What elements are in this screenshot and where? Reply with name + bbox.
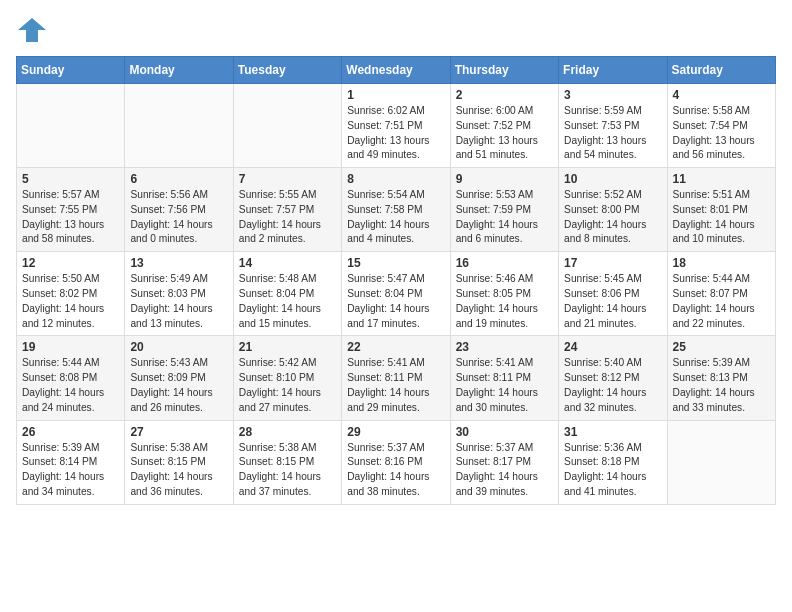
- weekday-header: Friday: [559, 57, 667, 84]
- day-info: Sunrise: 5:39 AMSunset: 8:13 PMDaylight:…: [673, 357, 755, 412]
- day-number: 3: [564, 88, 661, 102]
- calendar-cell: 22Sunrise: 5:41 AMSunset: 8:11 PMDayligh…: [342, 336, 450, 420]
- calendar-cell: 17Sunrise: 5:45 AMSunset: 8:06 PMDayligh…: [559, 252, 667, 336]
- calendar-cell: 3Sunrise: 5:59 AMSunset: 7:53 PMDaylight…: [559, 84, 667, 168]
- calendar-cell: 28Sunrise: 5:38 AMSunset: 8:15 PMDayligh…: [233, 420, 341, 504]
- calendar-cell: 21Sunrise: 5:42 AMSunset: 8:10 PMDayligh…: [233, 336, 341, 420]
- calendar-cell: 24Sunrise: 5:40 AMSunset: 8:12 PMDayligh…: [559, 336, 667, 420]
- day-number: 2: [456, 88, 553, 102]
- day-info: Sunrise: 5:56 AMSunset: 7:56 PMDaylight:…: [130, 189, 212, 244]
- day-info: Sunrise: 5:44 AMSunset: 8:08 PMDaylight:…: [22, 357, 104, 412]
- day-info: Sunrise: 5:55 AMSunset: 7:57 PMDaylight:…: [239, 189, 321, 244]
- logo: [16, 16, 52, 44]
- calendar-week-row: 12Sunrise: 5:50 AMSunset: 8:02 PMDayligh…: [17, 252, 776, 336]
- day-info: Sunrise: 5:37 AMSunset: 8:17 PMDaylight:…: [456, 442, 538, 497]
- calendar-cell: 4Sunrise: 5:58 AMSunset: 7:54 PMDaylight…: [667, 84, 775, 168]
- calendar-cell: [17, 84, 125, 168]
- day-number: 5: [22, 172, 119, 186]
- day-info: Sunrise: 5:51 AMSunset: 8:01 PMDaylight:…: [673, 189, 755, 244]
- calendar-cell: 10Sunrise: 5:52 AMSunset: 8:00 PMDayligh…: [559, 168, 667, 252]
- calendar-cell: [233, 84, 341, 168]
- calendar-cell: 14Sunrise: 5:48 AMSunset: 8:04 PMDayligh…: [233, 252, 341, 336]
- calendar-week-row: 26Sunrise: 5:39 AMSunset: 8:14 PMDayligh…: [17, 420, 776, 504]
- day-info: Sunrise: 5:49 AMSunset: 8:03 PMDaylight:…: [130, 273, 212, 328]
- calendar-cell: 6Sunrise: 5:56 AMSunset: 7:56 PMDaylight…: [125, 168, 233, 252]
- calendar-week-row: 1Sunrise: 6:02 AMSunset: 7:51 PMDaylight…: [17, 84, 776, 168]
- calendar-cell: 18Sunrise: 5:44 AMSunset: 8:07 PMDayligh…: [667, 252, 775, 336]
- calendar-cell: 8Sunrise: 5:54 AMSunset: 7:58 PMDaylight…: [342, 168, 450, 252]
- weekday-header: Monday: [125, 57, 233, 84]
- day-info: Sunrise: 5:59 AMSunset: 7:53 PMDaylight:…: [564, 105, 646, 160]
- calendar-cell: 9Sunrise: 5:53 AMSunset: 7:59 PMDaylight…: [450, 168, 558, 252]
- weekday-header: Thursday: [450, 57, 558, 84]
- day-number: 22: [347, 340, 444, 354]
- day-number: 25: [673, 340, 770, 354]
- weekday-header: Wednesday: [342, 57, 450, 84]
- day-info: Sunrise: 5:53 AMSunset: 7:59 PMDaylight:…: [456, 189, 538, 244]
- calendar-cell: 16Sunrise: 5:46 AMSunset: 8:05 PMDayligh…: [450, 252, 558, 336]
- day-number: 13: [130, 256, 227, 270]
- day-info: Sunrise: 5:45 AMSunset: 8:06 PMDaylight:…: [564, 273, 646, 328]
- day-info: Sunrise: 5:48 AMSunset: 8:04 PMDaylight:…: [239, 273, 321, 328]
- day-info: Sunrise: 6:02 AMSunset: 7:51 PMDaylight:…: [347, 105, 429, 160]
- day-info: Sunrise: 5:46 AMSunset: 8:05 PMDaylight:…: [456, 273, 538, 328]
- calendar-week-row: 5Sunrise: 5:57 AMSunset: 7:55 PMDaylight…: [17, 168, 776, 252]
- day-info: Sunrise: 5:57 AMSunset: 7:55 PMDaylight:…: [22, 189, 104, 244]
- day-info: Sunrise: 5:43 AMSunset: 8:09 PMDaylight:…: [130, 357, 212, 412]
- day-number: 20: [130, 340, 227, 354]
- day-info: Sunrise: 5:38 AMSunset: 8:15 PMDaylight:…: [130, 442, 212, 497]
- day-number: 4: [673, 88, 770, 102]
- weekday-header: Sunday: [17, 57, 125, 84]
- calendar-cell: 26Sunrise: 5:39 AMSunset: 8:14 PMDayligh…: [17, 420, 125, 504]
- calendar-cell: 7Sunrise: 5:55 AMSunset: 7:57 PMDaylight…: [233, 168, 341, 252]
- calendar-cell: 1Sunrise: 6:02 AMSunset: 7:51 PMDaylight…: [342, 84, 450, 168]
- logo-icon: [16, 16, 48, 44]
- day-number: 15: [347, 256, 444, 270]
- day-number: 29: [347, 425, 444, 439]
- day-number: 26: [22, 425, 119, 439]
- day-number: 17: [564, 256, 661, 270]
- day-number: 21: [239, 340, 336, 354]
- day-info: Sunrise: 5:47 AMSunset: 8:04 PMDaylight:…: [347, 273, 429, 328]
- calendar-cell: 25Sunrise: 5:39 AMSunset: 8:13 PMDayligh…: [667, 336, 775, 420]
- day-number: 9: [456, 172, 553, 186]
- day-number: 1: [347, 88, 444, 102]
- weekday-header: Saturday: [667, 57, 775, 84]
- day-number: 6: [130, 172, 227, 186]
- day-info: Sunrise: 5:41 AMSunset: 8:11 PMDaylight:…: [456, 357, 538, 412]
- calendar-cell: 2Sunrise: 6:00 AMSunset: 7:52 PMDaylight…: [450, 84, 558, 168]
- day-number: 23: [456, 340, 553, 354]
- day-info: Sunrise: 5:44 AMSunset: 8:07 PMDaylight:…: [673, 273, 755, 328]
- calendar-cell: 12Sunrise: 5:50 AMSunset: 8:02 PMDayligh…: [17, 252, 125, 336]
- day-info: Sunrise: 5:58 AMSunset: 7:54 PMDaylight:…: [673, 105, 755, 160]
- calendar-cell: 30Sunrise: 5:37 AMSunset: 8:17 PMDayligh…: [450, 420, 558, 504]
- calendar-cell: 27Sunrise: 5:38 AMSunset: 8:15 PMDayligh…: [125, 420, 233, 504]
- day-info: Sunrise: 5:52 AMSunset: 8:00 PMDaylight:…: [564, 189, 646, 244]
- day-number: 10: [564, 172, 661, 186]
- day-info: Sunrise: 5:50 AMSunset: 8:02 PMDaylight:…: [22, 273, 104, 328]
- day-number: 28: [239, 425, 336, 439]
- calendar-cell: 11Sunrise: 5:51 AMSunset: 8:01 PMDayligh…: [667, 168, 775, 252]
- day-info: Sunrise: 5:36 AMSunset: 8:18 PMDaylight:…: [564, 442, 646, 497]
- day-number: 7: [239, 172, 336, 186]
- day-info: Sunrise: 5:42 AMSunset: 8:10 PMDaylight:…: [239, 357, 321, 412]
- page-header: [16, 16, 776, 44]
- calendar-header: SundayMondayTuesdayWednesdayThursdayFrid…: [17, 57, 776, 84]
- calendar-cell: [667, 420, 775, 504]
- day-number: 12: [22, 256, 119, 270]
- calendar-table: SundayMondayTuesdayWednesdayThursdayFrid…: [16, 56, 776, 505]
- day-info: Sunrise: 5:54 AMSunset: 7:58 PMDaylight:…: [347, 189, 429, 244]
- svg-marker-0: [18, 18, 46, 42]
- day-info: Sunrise: 5:39 AMSunset: 8:14 PMDaylight:…: [22, 442, 104, 497]
- day-number: 31: [564, 425, 661, 439]
- calendar-cell: 23Sunrise: 5:41 AMSunset: 8:11 PMDayligh…: [450, 336, 558, 420]
- day-info: Sunrise: 5:41 AMSunset: 8:11 PMDaylight:…: [347, 357, 429, 412]
- calendar-week-row: 19Sunrise: 5:44 AMSunset: 8:08 PMDayligh…: [17, 336, 776, 420]
- calendar-cell: 5Sunrise: 5:57 AMSunset: 7:55 PMDaylight…: [17, 168, 125, 252]
- calendar-cell: 13Sunrise: 5:49 AMSunset: 8:03 PMDayligh…: [125, 252, 233, 336]
- calendar-cell: 20Sunrise: 5:43 AMSunset: 8:09 PMDayligh…: [125, 336, 233, 420]
- day-number: 11: [673, 172, 770, 186]
- calendar-cell: 19Sunrise: 5:44 AMSunset: 8:08 PMDayligh…: [17, 336, 125, 420]
- day-number: 14: [239, 256, 336, 270]
- day-number: 30: [456, 425, 553, 439]
